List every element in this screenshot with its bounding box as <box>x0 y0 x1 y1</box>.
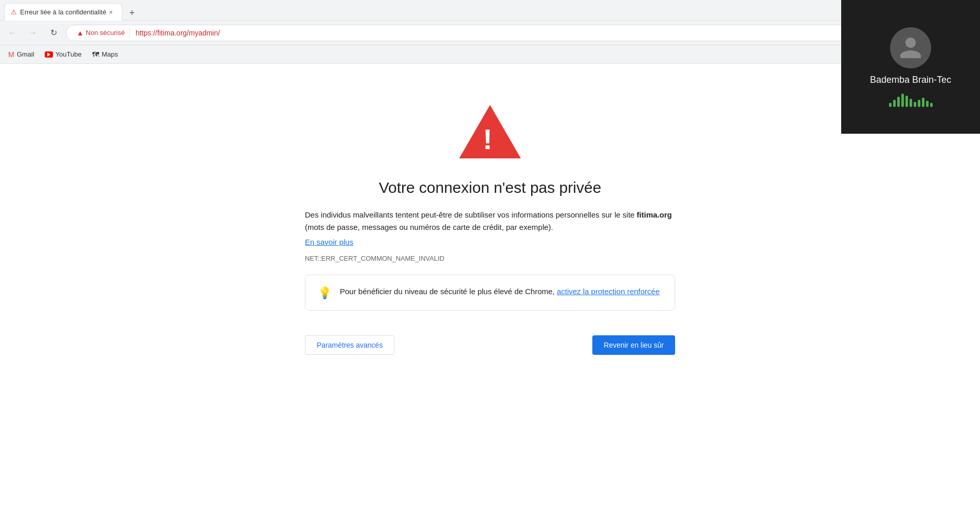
security-info-box: 💡 Pour bénéficier du niveau de sécurité … <box>305 275 675 311</box>
forward-button[interactable]: → <box>25 25 41 41</box>
back-button[interactable]: ← <box>4 25 21 41</box>
learn-more-link[interactable]: En savoir plus <box>305 238 675 246</box>
avatar-icon <box>898 35 923 61</box>
audio-bars <box>889 92 933 107</box>
error-code: NET::ERR_CERT_COMMON_NAME_INVALID <box>305 255 675 262</box>
reload-button[interactable]: ↻ <box>45 25 62 41</box>
main-content: Votre connexion n'est pas privée Des ind… <box>0 64 980 522</box>
overlay-panel: Bademba Brain-Tec <box>841 0 980 134</box>
page-title: Votre connexion n'est pas privée <box>379 179 602 196</box>
youtube-play-icon <box>47 52 50 57</box>
audio-bar <box>926 101 929 107</box>
description-text: Des individus malveillants tentent peut-… <box>305 209 675 233</box>
warning-icon: ▲ <box>77 29 84 37</box>
security-warning: ▲ Non sécurisé <box>72 27 130 39</box>
gmail-label: Gmail <box>17 50 34 58</box>
warning-triangle-large <box>459 105 521 158</box>
youtube-icon <box>45 51 53 58</box>
description-after: (mots de passe, messages ou numéros de c… <box>305 223 553 231</box>
address-bar-row: ← → ↻ ▲ Non sécurisé https://fitima.org/… <box>0 21 980 45</box>
bulb-icon: 💡 <box>318 286 332 300</box>
youtube-label: YouTube <box>56 50 82 58</box>
overlay-name: Bademba Brain-Tec <box>870 75 951 85</box>
buttons-row: Paramètres avancés Revenir en lieu sûr <box>305 335 675 355</box>
maps-label: Maps <box>102 50 118 58</box>
advanced-settings-button[interactable]: Paramètres avancés <box>305 335 394 355</box>
audio-bar <box>897 97 900 107</box>
security-label: Non sécurisé <box>86 29 125 37</box>
security-info-text: Pour bénéficier du niveau de sécurité le… <box>340 285 660 298</box>
description-before: Des individus malveillants tentent peut-… <box>305 210 637 219</box>
audio-bar <box>910 99 912 107</box>
audio-bar <box>914 102 916 107</box>
bookmark-maps[interactable]: 🗺 Maps <box>88 48 122 61</box>
audio-bar <box>901 94 904 107</box>
tab-security-icon: ⚠ <box>11 8 17 16</box>
address-bar[interactable]: ▲ Non sécurisé https://fitima.org/myadmi… <box>66 25 976 41</box>
domain-name: fitima.org <box>637 210 672 219</box>
audio-bar <box>889 103 892 107</box>
gmail-icon: M <box>8 50 14 59</box>
audio-bar <box>930 103 933 107</box>
bookmark-youtube[interactable]: YouTube <box>41 48 86 60</box>
audio-bar <box>905 96 908 107</box>
tab-close-button[interactable]: × <box>106 8 116 17</box>
url-text: https://fitima.org/myadmin/ <box>136 29 220 37</box>
audio-bar <box>922 98 924 107</box>
bookmark-gmail[interactable]: M Gmail <box>4 48 39 61</box>
active-tab[interactable]: ⚠ Erreur liée à la confidentialité × <box>4 3 122 21</box>
go-back-button[interactable]: Revenir en lieu sûr <box>592 335 675 355</box>
bookmarks-bar: M Gmail YouTube 🗺 Maps <box>0 45 980 64</box>
enhanced-protection-link[interactable]: activez la protection renforcée <box>557 287 660 296</box>
tab-bar: ⚠ Erreur liée à la confidentialité × + <box>0 0 140 21</box>
security-info-before: Pour bénéficier du niveau de sécurité le… <box>340 287 557 296</box>
tab-title: Erreur liée à la confidentialité <box>20 8 106 16</box>
audio-bar <box>893 100 896 107</box>
maps-icon: 🗺 <box>92 50 99 59</box>
audio-bar <box>918 100 920 107</box>
window-chrome: ⚠ Erreur liée à la confidentialité × + ⌄… <box>0 0 980 21</box>
new-tab-button[interactable]: + <box>124 5 140 21</box>
avatar <box>890 27 931 68</box>
